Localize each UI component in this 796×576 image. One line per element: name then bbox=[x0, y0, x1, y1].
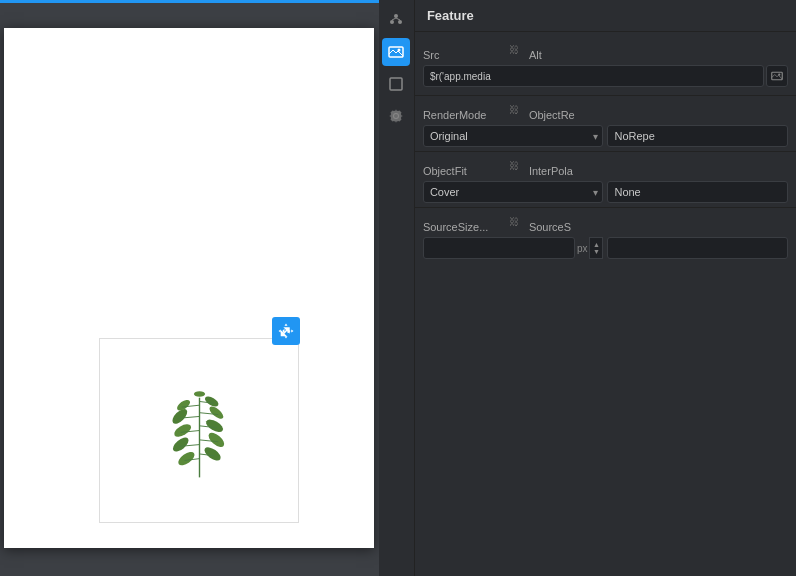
divider-3 bbox=[415, 207, 796, 208]
svg-point-2 bbox=[170, 435, 190, 454]
objectrepeat-label: ObjectRe bbox=[525, 104, 585, 121]
rendermode-col: Original Template bbox=[423, 125, 604, 147]
src-input-wrapper bbox=[423, 65, 788, 87]
stepper-up[interactable]: ▲ bbox=[593, 241, 600, 248]
interpolation-input[interactable] bbox=[607, 181, 788, 203]
rendermode-row: RenderMode ⛓ ObjectRe bbox=[415, 100, 796, 125]
properties-panel: Feature Src ⛓ Alt bbox=[415, 0, 796, 576]
canvas-page bbox=[4, 28, 374, 548]
panel-title: Feature bbox=[415, 0, 796, 32]
svg-point-23 bbox=[390, 20, 394, 24]
sources-right-label: SourceS bbox=[525, 216, 585, 233]
move-icon bbox=[277, 322, 295, 340]
alt-label: Alt bbox=[525, 44, 585, 61]
svg-point-7 bbox=[206, 430, 226, 449]
sourcesize-inputs: px ▲ ▼ bbox=[415, 237, 796, 259]
rendermode-select-wrapper: Original Template bbox=[423, 125, 604, 147]
objectfit-select[interactable]: Cover Contain Fill None ScaleDown bbox=[423, 181, 604, 203]
px-label: px bbox=[577, 243, 588, 254]
objectfit-link-icon[interactable]: ⛓ bbox=[507, 160, 521, 171]
sources-right-col bbox=[607, 237, 788, 259]
right-sidebar-wrapper: Feature Src ⛓ Alt bbox=[379, 0, 796, 576]
objectfit-col: Cover Contain Fill None ScaleDown bbox=[423, 181, 604, 203]
interpolation-col bbox=[607, 181, 788, 203]
icon-bar bbox=[379, 0, 415, 576]
svg-point-10 bbox=[203, 394, 220, 408]
move-handle[interactable] bbox=[272, 317, 300, 345]
svg-point-24 bbox=[398, 20, 402, 24]
box-icon-btn[interactable] bbox=[382, 70, 410, 98]
sourcesize-label: SourceSize... bbox=[423, 216, 503, 233]
objectrepeat-input[interactable] bbox=[607, 125, 788, 147]
svg-rect-29 bbox=[390, 78, 402, 90]
rendermode-inputs: Original Template bbox=[415, 125, 796, 147]
svg-point-9 bbox=[207, 404, 225, 421]
sourcesize-row: SourceSize... ⛓ SourceS bbox=[415, 212, 796, 237]
svg-point-6 bbox=[202, 445, 223, 463]
svg-point-11 bbox=[194, 391, 205, 397]
objectfit-row: ObjectFit ⛓ InterPola bbox=[415, 156, 796, 181]
sourcesize-input[interactable] bbox=[423, 237, 575, 259]
px-input-row: px ▲ ▼ bbox=[423, 237, 604, 259]
rendermode-label: RenderMode bbox=[423, 104, 503, 121]
objectrepeat-col bbox=[607, 125, 788, 147]
src-label: Src bbox=[423, 44, 503, 61]
svg-point-3 bbox=[172, 422, 193, 439]
divider-1 bbox=[415, 95, 796, 96]
settings-icon-btn[interactable] bbox=[382, 102, 410, 130]
svg-point-8 bbox=[204, 417, 225, 434]
canvas-area bbox=[0, 0, 379, 576]
src-input[interactable] bbox=[423, 65, 764, 87]
layout-icon-btn[interactable] bbox=[382, 6, 410, 34]
src-input-row bbox=[415, 65, 796, 91]
image-element[interactable] bbox=[99, 338, 299, 523]
svg-point-28 bbox=[398, 49, 401, 52]
svg-line-25 bbox=[392, 18, 396, 20]
objectfit-select-wrapper: Cover Contain Fill None ScaleDown bbox=[423, 181, 604, 203]
objectfit-label: ObjectFit bbox=[423, 160, 503, 177]
rendermode-link-icon[interactable]: ⛓ bbox=[507, 104, 521, 115]
canvas-top-border bbox=[0, 0, 379, 3]
src-link-icon[interactable]: ⛓ bbox=[507, 44, 521, 55]
svg-point-31 bbox=[778, 73, 780, 75]
interpolation-label: InterPola bbox=[525, 160, 585, 177]
plant-svg bbox=[162, 378, 237, 483]
stepper-down[interactable]: ▼ bbox=[593, 248, 600, 255]
svg-line-26 bbox=[396, 18, 400, 20]
image-icon-btn[interactable] bbox=[382, 38, 410, 66]
leaf-image bbox=[159, 376, 239, 486]
divider-2 bbox=[415, 151, 796, 152]
sources-right-input[interactable] bbox=[607, 237, 788, 259]
svg-point-22 bbox=[394, 14, 398, 18]
src-row: Src ⛓ Alt bbox=[415, 40, 796, 65]
objectfit-inputs: Cover Contain Fill None ScaleDown bbox=[415, 181, 796, 203]
sourcesize-col: px ▲ ▼ bbox=[423, 237, 604, 259]
rendermode-select[interactable]: Original Template bbox=[423, 125, 604, 147]
sourcesize-link-icon[interactable]: ⛓ bbox=[507, 216, 521, 227]
stepper-button[interactable]: ▲ ▼ bbox=[589, 237, 603, 259]
image-picker-button[interactable] bbox=[766, 65, 788, 87]
svg-point-1 bbox=[176, 449, 197, 467]
panel-body: Src ⛓ Alt bbox=[415, 32, 796, 576]
